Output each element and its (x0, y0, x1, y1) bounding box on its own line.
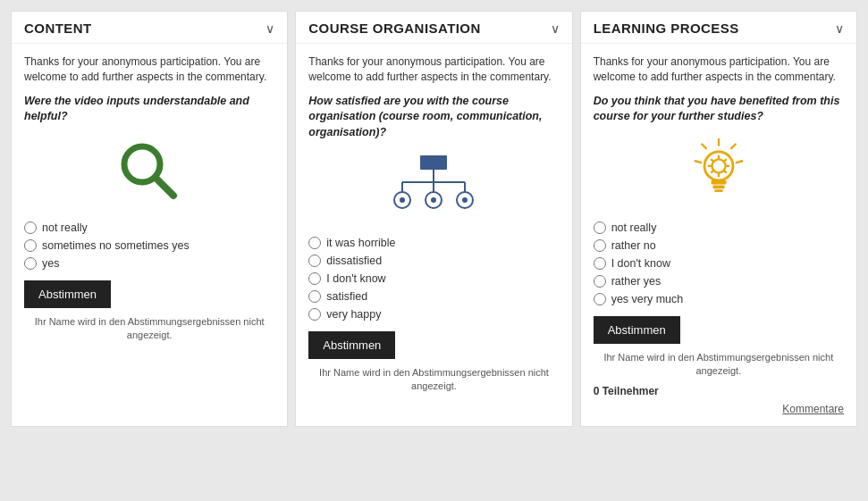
radio-option[interactable]: it was horrible (308, 237, 559, 249)
panel-content: CONTENT∨Thanks for your anonymous partic… (11, 11, 288, 427)
radio-input[interactable] (594, 275, 606, 288)
abstimmen-button[interactable]: Abstimmen (594, 316, 680, 344)
radio-label: yes very much (611, 293, 684, 305)
panel-learning-process: LEARNING PROCESS∨Thanks for your anonymo… (580, 11, 857, 427)
radio-option[interactable]: not really (594, 221, 844, 234)
panel-title-content: CONTENT (24, 21, 92, 36)
radio-input[interactable] (24, 257, 37, 270)
svg-line-27 (712, 171, 713, 172)
panel-header-content: CONTENT∨ (12, 12, 287, 44)
panel-body-content: Thanks for your anonymous participation.… (12, 44, 287, 426)
panel-title-course-organisation: COURSE ORGANISATION (308, 21, 480, 36)
svg-line-28 (724, 171, 726, 172)
question-text: How satisfied are you with the course or… (308, 94, 559, 141)
radio-group: not reallyrather noI don't knowrather ye… (594, 221, 844, 305)
disclaimer-text: Ihr Name wird in den Abstimmungsergebnis… (594, 351, 844, 379)
bulb-icon (594, 136, 844, 207)
radio-option[interactable]: yes very much (594, 293, 844, 305)
participation-text: Thanks for your anonymous participation.… (594, 54, 844, 85)
panels-container: CONTENT∨Thanks for your anonymous partic… (11, 11, 857, 427)
radio-option[interactable]: not really (24, 221, 274, 234)
radio-input[interactable] (308, 290, 321, 303)
abstimmen-button[interactable]: Abstimmen (308, 331, 395, 359)
kommentare-link[interactable]: Kommentare (594, 403, 844, 415)
svg-line-16 (737, 161, 743, 163)
radio-input[interactable] (24, 239, 37, 252)
radio-option[interactable]: very happy (308, 308, 559, 321)
radio-option[interactable]: I don't know (594, 257, 844, 270)
radio-label: I don't know (611, 257, 670, 270)
svg-rect-30 (712, 186, 724, 189)
panel-course-organisation: COURSE ORGANISATION∨Thanks for your anon… (295, 11, 572, 427)
chevron-down-icon[interactable]: ∨ (835, 21, 844, 36)
radio-option[interactable]: rather no (594, 239, 844, 252)
panel-header-course-organisation: COURSE ORGANISATION∨ (296, 12, 571, 44)
svg-line-15 (731, 145, 736, 149)
svg-line-1 (156, 178, 173, 196)
panel-header-learning-process: LEARNING PROCESS∨ (581, 12, 856, 44)
svg-line-25 (712, 160, 713, 162)
radio-label: rather yes (611, 275, 662, 288)
radio-label: not really (611, 221, 657, 234)
radio-option[interactable]: rather yes (594, 275, 844, 288)
svg-line-17 (702, 145, 706, 149)
radio-group: not reallysometimes no sometimes yesyes (24, 221, 274, 270)
svg-line-18 (695, 161, 702, 163)
svg-line-26 (724, 160, 726, 162)
radio-input[interactable] (594, 239, 606, 252)
svg-point-13 (462, 197, 468, 203)
org-icon (308, 151, 559, 222)
svg-rect-29 (711, 180, 726, 185)
svg-rect-2 (420, 155, 447, 170)
disclaimer-text: Ihr Name wird in den Abstimmungsergebnis… (308, 366, 559, 394)
radio-label: dissatisfied (326, 255, 382, 267)
teilnehmer-text: 0 Teilnehmer (594, 385, 844, 397)
radio-option[interactable]: sometimes no sometimes yes (24, 239, 274, 252)
svg-rect-31 (714, 189, 722, 192)
radio-label: satisfied (326, 290, 367, 303)
radio-label: I don't know (326, 272, 385, 285)
radio-label: yes (42, 257, 59, 270)
chevron-down-icon[interactable]: ∨ (265, 21, 274, 36)
radio-input[interactable] (594, 221, 606, 234)
radio-option[interactable]: I don't know (308, 272, 559, 285)
question-text: Were the video inputs understandable and… (24, 94, 274, 125)
question-text: Do you think that you have benefited fro… (594, 94, 844, 125)
panel-body-learning-process: Thanks for your anonymous participation.… (581, 44, 856, 426)
radio-label: not really (42, 221, 88, 234)
svg-point-11 (400, 197, 405, 203)
panel-body-course-organisation: Thanks for your anonymous participation.… (296, 44, 571, 426)
radio-label: sometimes no sometimes yes (42, 239, 190, 252)
radio-label: very happy (326, 308, 381, 321)
participation-text: Thanks for your anonymous participation.… (308, 54, 559, 85)
radio-group: it was horribledissatisfiedI don't knows… (308, 237, 559, 321)
radio-label: rather no (611, 239, 656, 252)
radio-input[interactable] (594, 257, 606, 270)
chevron-down-icon[interactable]: ∨ (551, 21, 560, 36)
radio-option[interactable]: satisfied (308, 290, 559, 303)
svg-point-12 (431, 197, 436, 203)
radio-input[interactable] (308, 255, 321, 267)
radio-option[interactable]: dissatisfied (308, 255, 559, 267)
participation-text: Thanks for your anonymous participation.… (24, 54, 274, 85)
radio-input[interactable] (308, 308, 321, 321)
radio-input[interactable] (308, 272, 321, 285)
radio-input[interactable] (308, 237, 321, 249)
radio-option[interactable]: yes (24, 257, 274, 270)
radio-input[interactable] (594, 293, 606, 305)
radio-input[interactable] (24, 221, 37, 234)
radio-label: it was horrible (326, 237, 395, 249)
panel-title-learning-process: LEARNING PROCESS (594, 21, 739, 36)
abstimmen-button[interactable]: Abstimmen (24, 280, 111, 308)
disclaimer-text: Ihr Name wird in den Abstimmungsergebnis… (24, 315, 274, 343)
magnifier-icon (24, 136, 274, 207)
